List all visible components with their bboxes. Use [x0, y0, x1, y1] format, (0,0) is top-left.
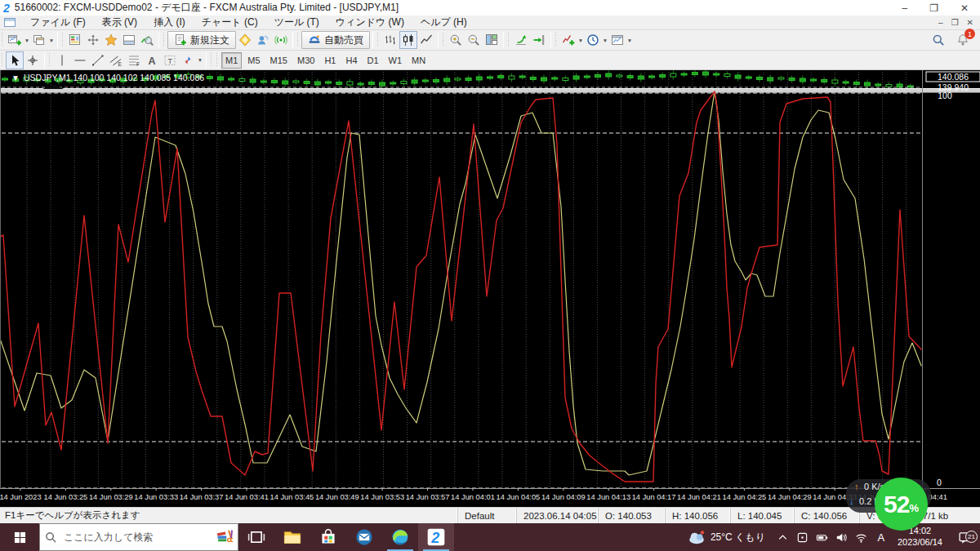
data-window-button[interactable] [84, 31, 102, 49]
tray-battery-icon [816, 531, 828, 544]
strategy-tester-button[interactable] [138, 31, 156, 49]
terminal-button[interactable] [120, 31, 138, 49]
taskview-icon [247, 528, 265, 546]
market-watch-button[interactable] [66, 31, 84, 49]
network-icon[interactable] [852, 531, 871, 544]
tile-windows-button[interactable] [483, 31, 501, 49]
indicators-dropdown-caret[interactable]: ▼ [577, 31, 584, 49]
restore-button[interactable]: ❐ [929, 2, 938, 14]
volume-icon[interactable] [832, 531, 852, 544]
profiles-icon [33, 33, 46, 47]
profiles-dropdown-caret[interactable]: ▼ [48, 31, 55, 49]
candle-body [293, 81, 299, 82]
close-button[interactable]: ✕ [960, 2, 969, 14]
tk-search-icon [45, 531, 57, 544]
toolbar-separator [550, 32, 551, 48]
status-help-text: F1キーでヘルプが表示されます [0, 509, 457, 522]
chart-canvas[interactable]: ▼USDJPY,M1 140.100 140.102 140.085 140.0… [0, 70, 980, 507]
zoom-out-button[interactable] [465, 31, 483, 49]
edge-button[interactable] [382, 523, 418, 551]
chart-shift-button[interactable] [530, 31, 548, 49]
chart-area[interactable]: ▼USDJPY,M1 140.100 140.102 140.085 140.0… [0, 70, 980, 507]
microsoft-store-button[interactable] [310, 523, 346, 551]
taskbar-search-box[interactable]: ここに入力して検索 [39, 523, 238, 551]
tray-speaker-icon [835, 531, 848, 544]
timeframe-w1[interactable]: W1 [385, 52, 407, 69]
templates-button[interactable] [608, 31, 626, 49]
task-view-button[interactable] [238, 523, 274, 551]
timeframe-m30[interactable]: M30 [293, 52, 318, 69]
label-tool-button[interactable]: T [161, 51, 179, 69]
timeframe-mn[interactable]: MN [408, 52, 430, 69]
toolbar-separator [292, 32, 293, 48]
signals-button[interactable] [272, 31, 290, 49]
menu-item-6[interactable]: ヘルプ (H) [412, 15, 475, 30]
channel-tool-button[interactable]: E [107, 51, 125, 69]
ime-mode-indicator[interactable]: A [871, 531, 891, 544]
mdi-window-controls[interactable]: –❐✕ [938, 18, 973, 27]
trendline-tool-button[interactable] [89, 51, 107, 69]
menu-item-1[interactable]: 表示 (V) [94, 15, 145, 30]
start-button[interactable] [0, 523, 39, 551]
candle-body [638, 76, 644, 79]
minimize-button[interactable]: – [902, 2, 907, 14]
mt4-logo-icon: 2 [427, 528, 445, 546]
periods-dropdown-caret[interactable]: ▼ [602, 31, 608, 49]
new-order-button[interactable]: 新規注文 [167, 31, 236, 49]
battery-icon[interactable] [813, 531, 832, 544]
file-explorer-button[interactable] [274, 523, 310, 551]
zoom-in-button[interactable] [447, 31, 465, 49]
timeframe-m15[interactable]: M15 [266, 52, 292, 69]
autotrade-button[interactable]: 自動売買 [301, 31, 370, 49]
candle-body [250, 79, 256, 82]
toolbar-search-button[interactable] [929, 31, 947, 49]
menu-item-0[interactable]: ファイル (F) [22, 15, 94, 30]
navigator-button[interactable] [102, 31, 120, 49]
candle-body [347, 82, 353, 85]
timeframe-m5[interactable]: M5 [243, 52, 264, 69]
community-button[interactable] [254, 31, 272, 49]
cursor-tool-button[interactable] [6, 51, 24, 69]
timeframe-h1[interactable]: H1 [320, 52, 340, 69]
arrows-tool-button[interactable] [179, 51, 197, 69]
text-tool-button[interactable]: A [143, 51, 161, 69]
new-chart-dropdown-caret[interactable]: ▼ [24, 31, 30, 49]
fibonacci-tool-button[interactable]: F [125, 51, 143, 69]
search-placeholder: ここに入力して検索 [64, 531, 153, 544]
download-arrow-icon: ↓ [849, 496, 854, 506]
tray-expand-button[interactable] [773, 531, 793, 544]
menu-item-4[interactable]: ツール (T) [266, 15, 327, 30]
timeframe-m1[interactable]: M1 [221, 52, 242, 69]
vertical-line-tool-button[interactable] [53, 51, 71, 69]
horizontal-line-tool-button[interactable] [71, 51, 89, 69]
auto-scroll-button[interactable] [512, 31, 530, 49]
periods-button[interactable] [584, 31, 602, 49]
menu-item-3[interactable]: チャート (C) [194, 15, 266, 30]
arrows-tool-icon [181, 54, 194, 67]
metatrader-taskbar-button[interactable]: 2 [418, 523, 454, 551]
mail-icon [355, 528, 373, 546]
weather-widget[interactable]: 25°C くもり [679, 529, 773, 545]
mail-button[interactable] [346, 523, 382, 551]
bar-chart-mode-button[interactable] [381, 31, 399, 49]
menu-item-2[interactable]: 挿入 (I) [145, 15, 194, 30]
crosshair-tool-button[interactable] [24, 51, 42, 69]
indicators-button[interactable] [559, 31, 577, 49]
new-chart-button[interactable] [6, 31, 24, 49]
arrows-tool-dropdown-caret[interactable]: ▼ [197, 51, 203, 69]
timeframe-d1[interactable]: D1 [363, 52, 383, 69]
templates-dropdown-caret[interactable]: ▼ [626, 31, 633, 49]
profiles-button[interactable] [30, 31, 48, 49]
notifications-button[interactable]: 1 [954, 31, 972, 49]
candle-chart-mode-button[interactable] [399, 31, 417, 49]
candle-body [466, 78, 471, 81]
line-chart-mode-button[interactable] [417, 31, 435, 49]
metaeditor-button[interactable] [236, 31, 254, 49]
svg-text:A: A [149, 55, 156, 66]
timeframe-h4[interactable]: H4 [341, 52, 361, 69]
autoscroll-icon [514, 33, 528, 47]
tray-app-icon[interactable] [793, 531, 813, 544]
action-center-button[interactable]: 21 [949, 531, 980, 544]
toolbar-grip [296, 33, 299, 47]
menu-item-5[interactable]: ウィンドウ (W) [327, 15, 412, 30]
